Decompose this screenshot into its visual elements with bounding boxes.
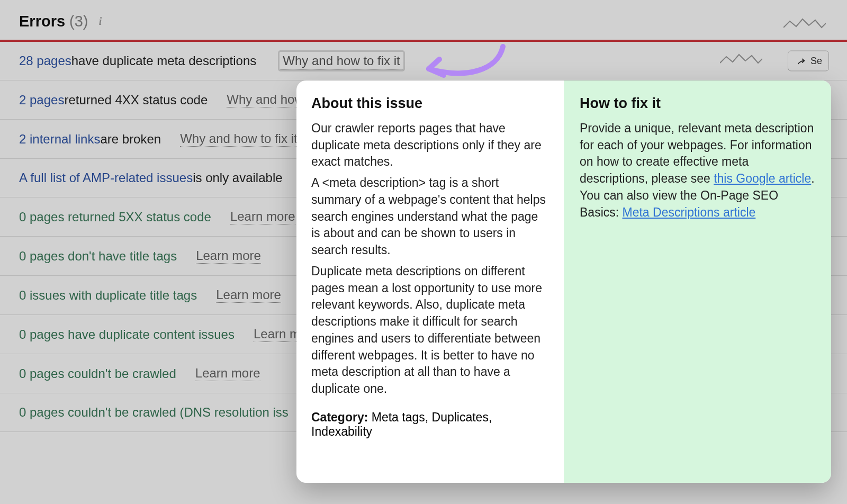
- about-text: A <meta description> tag is a short summ…: [311, 175, 549, 259]
- category-line: Category: Meta tags, Duplicates, Indexab…: [311, 410, 549, 439]
- fix-panel: How to fix it Provide a unique, relevant…: [564, 80, 831, 483]
- about-text: Our crawler reports pages that have dupl…: [311, 120, 549, 170]
- fix-text: Provide a unique, relevant meta descript…: [580, 120, 816, 187]
- fix-heading: How to fix it: [580, 95, 816, 112]
- fix-text-part: .: [811, 172, 814, 185]
- about-text: Duplicate meta descriptions on different…: [311, 263, 549, 398]
- about-panel: About this issue Our crawler reports pag…: [296, 80, 564, 483]
- category-label: Category:: [311, 410, 368, 424]
- issue-help-popover: About this issue Our crawler reports pag…: [296, 80, 831, 483]
- about-heading: About this issue: [311, 95, 549, 112]
- fix-text: You can also view the On-Page SEO Basics…: [580, 187, 816, 221]
- meta-descriptions-article-link[interactable]: Meta Descriptions article: [623, 205, 756, 219]
- google-article-link[interactable]: this Google article: [714, 172, 811, 185]
